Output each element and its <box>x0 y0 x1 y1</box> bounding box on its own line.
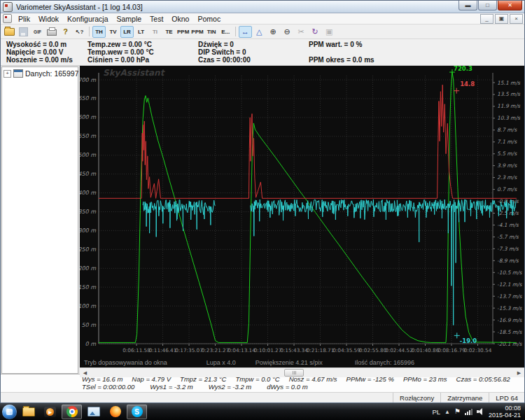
tree-expand-icon[interactable]: + <box>4 70 11 78</box>
action-center-flag-icon[interactable]: ⚑ <box>454 408 461 415</box>
tray-expand-icon[interactable]: ▲ <box>444 409 450 415</box>
fit-mode-label: Tryb dopasowywania do okna <box>84 359 167 366</box>
save-button[interactable] <box>17 26 30 38</box>
scroll-right-icon[interactable]: ▶ <box>514 368 524 377</box>
taskbar-firefox-button[interactable] <box>105 405 125 419</box>
variometer-chart[interactable]: 0 m50 m100 m150 m200 m250 m300 m350 m400… <box>80 66 524 358</box>
telemetry-value: Wysokość = 0.0 m <box>6 41 82 48</box>
explorer-icon <box>22 407 35 416</box>
rotate-button[interactable]: ↻ <box>309 26 322 38</box>
view-ti-4-button[interactable]: TI <box>148 26 162 38</box>
scroll-left-icon[interactable]: ◀ <box>80 368 90 377</box>
menu-sample[interactable]: Sample <box>112 14 146 24</box>
telemetry-value: Temp.wew = 0.00 °C <box>88 48 192 56</box>
view-ppm-6-button[interactable]: PPM <box>176 26 190 38</box>
taskbar-image-viewer-button[interactable] <box>83 405 104 419</box>
zoom-out-icon: ⊖ <box>284 28 290 36</box>
zoom-out-button[interactable]: ⊖ <box>281 26 294 38</box>
view-te-5-button[interactable]: TE <box>162 26 176 38</box>
svg-text:250 m: 250 m <box>80 246 96 253</box>
zoom-scale-label: Powiększenie 4.21 s/pix <box>255 359 323 366</box>
open-button[interactable] <box>3 26 16 38</box>
view-lr-2-button[interactable]: LR <box>120 26 134 38</box>
lock-button[interactable]: ▣ <box>323 26 336 38</box>
sample-count-label: Ilość danych: 165996 <box>355 359 414 366</box>
scrollbar-thumb[interactable] <box>284 369 304 377</box>
taskbar-chrome-button[interactable] <box>62 405 82 419</box>
zoom-in-button[interactable]: ⊕ <box>267 26 280 38</box>
mdi-document-icon[interactable] <box>3 14 12 23</box>
taskbar-skype-button[interactable]: S <box>127 405 147 419</box>
export-gif-button[interactable]: GIF <box>31 26 44 38</box>
view-ppm-7-button[interactable]: PPM <box>190 26 204 38</box>
taskbar-explorer-button[interactable] <box>18 405 38 419</box>
view-tin-8-button[interactable]: TIN <box>205 26 218 38</box>
telemetry-column-3: Dźwięk = 0DIP Switch = 0Czas = 00:00:00 <box>198 41 309 64</box>
help-button[interactable]: ? <box>59 26 72 38</box>
svg-text:0.7 m/s: 0.7 m/s <box>497 186 517 192</box>
volume-icon[interactable] <box>477 408 484 415</box>
close-button[interactable]: ✕ <box>498 1 522 10</box>
svg-text:450 m: 450 m <box>80 171 96 177</box>
svg-text:0:02:55.80: 0:02:55.80 <box>359 347 387 354</box>
svg-text:200 m: 200 m <box>80 265 96 272</box>
svg-text:0:15:43.34: 0:15:43.34 <box>280 347 308 354</box>
menu-okno[interactable]: Okno <box>167 14 193 24</box>
menu-konfiguracja[interactable]: Konfiguracja <box>63 14 112 24</box>
toolbar: GIF?↖?THTVLRLTTITEPPMPPMTINE...↔△⊕⊖✂↻▣ <box>1 24 524 39</box>
arrow-question-icon: ↖? <box>76 29 84 35</box>
menu-widok[interactable]: Widok <box>34 14 63 24</box>
device-status: LPD 64 <box>489 393 524 402</box>
network-signal-icon[interactable] <box>465 409 472 415</box>
menu-bar: PlikWidokKonfiguracjaSampleTestOknoPomoc… <box>1 13 524 24</box>
svg-text:0:02:30.54: 0:02:30.54 <box>464 347 492 354</box>
image-viewer-icon <box>88 407 100 416</box>
measurement-line-2: TSel = 0:00:00.00Wys1 = -3.2 mWys2 = -3.… <box>82 383 522 391</box>
svg-text:11.9 m/s: 11.9 m/s <box>497 103 521 109</box>
minimize-button[interactable]: ▬ <box>458 1 477 10</box>
telemetry-value: PPM wart. = 0 % <box>309 41 374 48</box>
telemetry-value: PPM okres = 0.0 ms <box>309 56 374 64</box>
acquisition-status: Zatrzymane <box>440 393 489 402</box>
context-help-button[interactable]: ↖? <box>73 26 86 38</box>
svg-text:5.5 m/s: 5.5 m/s <box>497 150 517 157</box>
menu-test[interactable]: Test <box>146 14 167 24</box>
view-e-9-button[interactable]: E... <box>219 26 232 38</box>
rotate-icon: ↻ <box>312 28 318 36</box>
svg-text:0:06:11.58: 0:06:11.58 <box>122 347 150 354</box>
print-button[interactable] <box>45 26 58 38</box>
mdi-minimize-button[interactable]: _ <box>480 14 493 24</box>
clock-time: 00:08 <box>489 405 521 412</box>
measurement-value: Wys2 = -3.2 m <box>209 383 252 391</box>
maximize-button[interactable]: □ <box>478 1 497 10</box>
view-lt-3-button[interactable]: LT <box>134 26 148 38</box>
lens-label: Lupa x 4.0 <box>206 359 236 366</box>
fit-width-button[interactable]: ↔ <box>239 26 252 38</box>
svg-text:100 m: 100 m <box>80 303 96 309</box>
main-area: + Danych: 165997 0 m50 m100 m150 m200 m2… <box>1 66 524 374</box>
lock-icon: ▣ <box>326 28 332 36</box>
svg-text:0:08:16.79: 0:08:16.79 <box>438 347 465 354</box>
view-button-label: TI <box>153 29 158 35</box>
view-button-label: PPM <box>191 29 203 35</box>
chart-horizontal-scrollbar[interactable]: ◀ ▶ <box>80 368 524 377</box>
taskbar-clock[interactable]: 00:08 2015-04-21 <box>489 405 521 419</box>
cut-button[interactable]: ✂ <box>295 26 308 38</box>
tree-item-danych[interactable]: + Danych: 165997 <box>4 69 76 78</box>
view-button-label: E... <box>221 29 230 35</box>
menu-pomoc[interactable]: Pomoc <box>193 14 225 24</box>
view-tv-1-button[interactable]: TV <box>106 26 120 38</box>
window-controls: ▬ □ ✕ <box>458 1 522 13</box>
svg-text:0:04:35.59: 0:04:35.59 <box>332 347 360 354</box>
svg-text:8.7 m/s: 8.7 m/s <box>497 127 517 133</box>
view-th-0-button[interactable]: TH <box>92 26 106 38</box>
telemetry-value: Temp.zew = 0.00 °C <box>88 41 192 48</box>
language-indicator[interactable]: PL <box>432 408 440 416</box>
taskbar-media-player-button[interactable]: ▶ <box>40 405 60 419</box>
start-button[interactable] <box>2 405 17 419</box>
menu-plik[interactable]: Plik <box>14 14 34 24</box>
mdi-close-button[interactable]: × <box>510 14 523 24</box>
mdi-restore-button[interactable]: ▣ <box>495 14 508 24</box>
tree-item-label: Danych: 165997 <box>25 69 78 78</box>
measure-button[interactable]: △ <box>253 26 266 38</box>
